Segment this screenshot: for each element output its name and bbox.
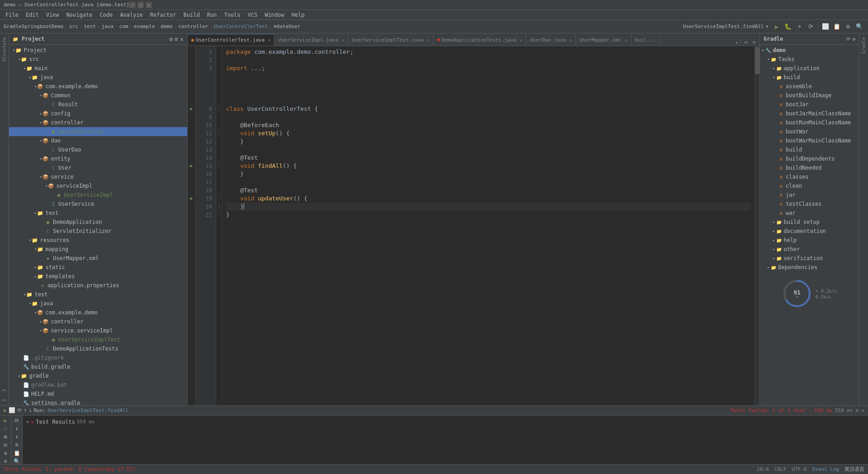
menu-tools[interactable]: Tools bbox=[221, 11, 244, 19]
toolbar-btn-4[interactable]: ⚙ bbox=[843, 22, 853, 32]
tree-gitignore[interactable]: 📄 .gitignore bbox=[9, 353, 187, 362]
gradle-help[interactable]: ▸ 📁 help bbox=[760, 236, 859, 245]
side-tab-structure[interactable]: Structure bbox=[0, 33, 9, 65]
gradle-testclasses[interactable]: ⚙ testClasses bbox=[760, 199, 859, 209]
gradle-buildneeded[interactable]: ⚙ buildNeeded bbox=[760, 163, 859, 172]
gradle-bootwar[interactable]: ⚙ bootWar bbox=[760, 127, 859, 136]
tab-userserviceimpl[interactable]: UserServiceImpl.java ✕ bbox=[274, 34, 348, 46]
gradle-classes[interactable]: ⚙ classes bbox=[760, 172, 859, 181]
bc-test[interactable]: test bbox=[84, 24, 96, 29]
gradle-bootjarmainclassname[interactable]: ⚙ bootJarMainClassName bbox=[760, 109, 859, 118]
run-sort[interactable]: ≡ bbox=[1, 450, 9, 456]
gradle-settings[interactable]: ⚙ bbox=[852, 36, 855, 42]
run-filter[interactable]: ⊘ bbox=[1, 458, 9, 464]
gradle-documentation[interactable]: ▸ 📁 documentation bbox=[760, 227, 859, 236]
gradle-application[interactable]: ▸ 📁 application bbox=[760, 64, 859, 73]
gradle-bootjar[interactable]: ⚙ bootJar bbox=[760, 100, 859, 109]
fold-15[interactable]: ⌄ bbox=[216, 162, 222, 170]
tree-entity[interactable]: ▾ 📦 entity bbox=[9, 154, 187, 163]
gradle-assemble[interactable]: ⚙ assemble bbox=[760, 82, 859, 91]
minimize-button[interactable]: ─ bbox=[129, 2, 136, 8]
side-tab-1[interactable]: 1 bbox=[0, 395, 9, 405]
tab-buil[interactable]: buil... bbox=[632, 34, 660, 46]
project-settings[interactable]: ⚙ bbox=[170, 36, 173, 43]
fold-19[interactable]: ⌄ bbox=[216, 194, 222, 203]
run-settings[interactable]: ⚙ bbox=[856, 408, 859, 413]
tree-test-folder[interactable]: ▾ 📁 test bbox=[9, 290, 187, 299]
tree-app-properties[interactable]: ⚙ application.properties bbox=[9, 281, 187, 290]
debug-button[interactable]: 🐛 bbox=[783, 22, 793, 32]
tree-static[interactable]: ▸ 📁 static bbox=[9, 263, 187, 272]
tree-test-service-impl[interactable]: ▾ 📦 service.serviceImpl bbox=[9, 326, 187, 335]
run-with-coverage[interactable]: ⌖ bbox=[794, 22, 804, 32]
bc-controller[interactable]: controller bbox=[178, 24, 208, 29]
menu-view[interactable]: View bbox=[42, 11, 63, 19]
bc-demo[interactable]: demo bbox=[160, 24, 173, 29]
project-collapse[interactable]: ≡ bbox=[175, 36, 178, 43]
tree-gradle-folder[interactable]: ▸ 📁 gradle bbox=[9, 371, 187, 380]
gradle-demo-root[interactable]: ▾ 🔧 demo bbox=[760, 46, 859, 55]
bc-example[interactable]: example bbox=[134, 24, 155, 29]
tree-project-root[interactable]: ▾ 📁 Project bbox=[9, 46, 187, 55]
run-tb-5[interactable]: 📋 bbox=[13, 450, 21, 456]
tree-help-md[interactable]: 📄 HELP.md bbox=[9, 389, 187, 398]
fold-20[interactable]: } bbox=[216, 203, 222, 211]
gradle-builddependents[interactable]: ⚙ buildDependents bbox=[760, 154, 859, 163]
tab-userserviceimpltest[interactable]: UserServiceImplTest.java ✕ bbox=[348, 34, 434, 46]
tree-userservice[interactable]: I UserService bbox=[9, 199, 187, 209]
tab-close-userserviceimpl[interactable]: ✕ bbox=[341, 38, 344, 43]
close-button[interactable]: ✕ bbox=[146, 2, 152, 8]
tree-controller[interactable]: ▾ 📦 controller bbox=[9, 118, 187, 127]
run-expand[interactable]: ⊞ bbox=[1, 434, 9, 440]
gradle-tasks[interactable]: ▾ 📁 Tasks bbox=[760, 55, 859, 64]
editor-settings[interactable]: ⚙ bbox=[750, 38, 758, 46]
bc-method[interactable]: ≡dateUser bbox=[274, 24, 301, 29]
tree-dao[interactable]: ▾ 📦 dao bbox=[9, 136, 187, 145]
editor-scrollbar[interactable] bbox=[754, 46, 760, 405]
run-tb-1[interactable]: ⟳ bbox=[13, 417, 21, 424]
tree-servletinitializer[interactable]: C ServletInitializer bbox=[9, 227, 187, 236]
tree-resources[interactable]: ▾ 📁 resources bbox=[9, 236, 187, 245]
run-collapse[interactable]: ⊟ bbox=[1, 442, 9, 448]
tree-common[interactable]: ▾ 📦 Common bbox=[9, 91, 187, 100]
side-tab-2[interactable]: 2 bbox=[0, 385, 9, 395]
run-tb-3[interactable]: ⬇ bbox=[13, 434, 21, 440]
menu-refactor[interactable]: Refactor bbox=[146, 11, 180, 19]
tree-main[interactable]: ▾ 📁 main bbox=[9, 64, 187, 73]
tree-test-controller[interactable]: ▸ 📦 controller bbox=[9, 317, 187, 326]
run-marker-19[interactable]: ▶ bbox=[188, 194, 195, 203]
menu-edit[interactable]: Edit bbox=[22, 11, 42, 19]
menu-navigate[interactable]: Navigate bbox=[63, 11, 96, 19]
tree-build-gradle[interactable]: 🔧 build.gradle bbox=[9, 362, 187, 371]
tree-config[interactable]: ▸ 📦 config bbox=[9, 109, 187, 118]
event-log[interactable]: Event Log bbox=[812, 466, 839, 472]
tree-serviceimpl[interactable]: ▾ 📦 serviceImpl bbox=[9, 181, 187, 190]
tree-service[interactable]: ▾ 📦 service bbox=[9, 172, 187, 181]
gradle-bootwarmainclassname[interactable]: ⚙ bootWarMainClassName bbox=[760, 136, 859, 145]
bc-file[interactable]: UserControllerTest bbox=[214, 24, 268, 29]
gradle-build-task[interactable]: ⚙ build bbox=[760, 145, 859, 154]
gradle-bootbuildimage[interactable]: ⚙ bootBuildImage bbox=[760, 91, 859, 100]
tab-close-demoapplicationtests[interactable]: ✕ bbox=[519, 38, 522, 43]
tab-usercontrollertest[interactable]: UserControllerTest.java ✕ bbox=[188, 34, 274, 46]
tree-userdao[interactable]: C UserDao bbox=[9, 145, 187, 154]
run-close[interactable]: ✕ bbox=[861, 408, 864, 413]
menu-help[interactable]: Help bbox=[288, 11, 308, 19]
tab-close-usercontrollertest[interactable]: ✕ bbox=[268, 38, 270, 43]
tab-demoapplicationtests[interactable]: DemoApplicationTests.java ✕ bbox=[434, 34, 527, 46]
gradle-other[interactable]: ▸ 📁 other bbox=[760, 245, 859, 254]
gradle-build-setup[interactable]: ▸ 📁 build setup bbox=[760, 218, 859, 227]
gradle-refresh[interactable]: ⟳ bbox=[846, 36, 850, 42]
fold-8[interactable]: ⌄ bbox=[216, 105, 222, 113]
run-tb-2[interactable]: ⬆ bbox=[13, 426, 21, 432]
tab-close-userdao[interactable]: ✕ bbox=[569, 38, 572, 43]
menu-file[interactable]: File bbox=[2, 11, 22, 19]
fold-11[interactable]: ⌄ bbox=[216, 129, 222, 137]
split-editor[interactable]: ⊟ bbox=[742, 38, 750, 46]
tree-templates[interactable]: ▸ 📁 templates bbox=[9, 272, 187, 281]
run-play-btn[interactable]: ▶ bbox=[4, 407, 7, 413]
run-play-small[interactable]: ▶ bbox=[1, 417, 9, 424]
bc-project[interactable]: GradleSpringbootDemo bbox=[4, 24, 63, 29]
tree-demoapplication[interactable]: ● DemoApplication bbox=[9, 218, 187, 227]
toolbar-btn-5[interactable]: 🔍 bbox=[854, 22, 864, 32]
